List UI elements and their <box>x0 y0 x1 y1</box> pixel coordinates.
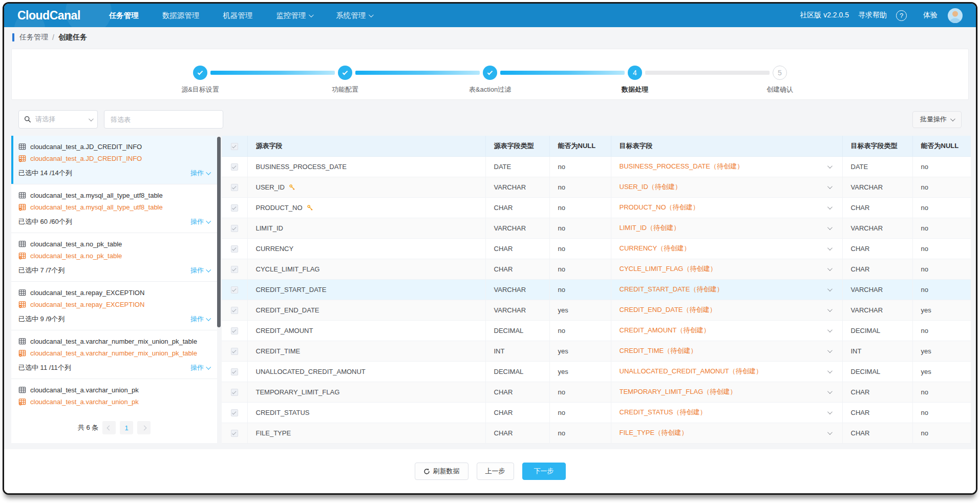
next-step-button[interactable]: 下一步 <box>522 463 566 480</box>
row-checkbox-cell <box>222 320 247 341</box>
pagination-prev-button[interactable] <box>102 421 116 434</box>
table-list-item-2[interactable]: cloudcanal_test_a.mysql_all_type_utf8_ta… <box>11 184 217 233</box>
table-action-link[interactable]: 操作 <box>190 169 210 178</box>
target-field-select[interactable]: CREDIT_END_DATE（待创建） <box>620 305 834 315</box>
check-icon <box>232 431 236 435</box>
chevron-down-icon <box>369 12 374 17</box>
step-4-current[interactable]: 4数据处理 <box>628 66 642 80</box>
check-icon <box>232 390 236 394</box>
source-type-cell: INT <box>485 341 549 361</box>
row-checkbox[interactable] <box>231 245 238 253</box>
table-action-link[interactable]: 操作 <box>190 315 210 324</box>
nav-item-4[interactable]: 监控管理 <box>276 11 312 20</box>
target-nullable-cell: yes <box>912 361 971 382</box>
target-nullable-cell: yes <box>912 300 971 320</box>
row-checkbox[interactable] <box>231 389 238 396</box>
table-action-link[interactable]: 操作 <box>190 266 210 275</box>
step-2-done[interactable]: 功能配置 <box>338 66 352 80</box>
step-1-done[interactable]: 源&目标设置 <box>193 66 207 80</box>
target-field-name: TEMPORARY_LIMIT_FLAG（待创建） <box>620 387 827 396</box>
target-field-cell: CYCLE_LIMIT_FLAG（待创建） <box>611 259 842 279</box>
row-checkbox-cell <box>222 279 247 300</box>
table-list-item-3[interactable]: cloudcanal_test_a.no_pk_table cloudcanal… <box>11 233 217 282</box>
previous-step-button[interactable]: 上一步 <box>477 463 514 480</box>
target-table-name: cloudcanal_test_a.repay_EXCEPTION <box>30 301 144 308</box>
row-checkbox[interactable] <box>231 184 238 191</box>
target-type-cell: DECIMAL <box>842 320 912 341</box>
target-field-select[interactable]: CYCLE_LIMIT_FLAG（待创建） <box>620 264 834 274</box>
source-field-cell: FILE_TYPE <box>247 423 485 443</box>
target-field-cell: CREDIT_AMOUNT（待创建） <box>611 320 842 341</box>
pagination-next-button[interactable] <box>137 421 151 434</box>
table-filter-input[interactable] <box>104 110 223 129</box>
target-field-select[interactable]: UNALLOCATED_CREDIT_AMONUT（待创建） <box>620 367 834 376</box>
help-icon[interactable]: ? <box>896 10 907 21</box>
nav-item-3[interactable]: 机器管理 <box>223 11 252 20</box>
refresh-data-button[interactable]: 刷新数据 <box>415 463 468 480</box>
sidebar-scrollbar[interactable] <box>217 137 221 327</box>
target-type-cell: CHAR <box>842 259 912 279</box>
target-field-name: LIMIT_ID（待创建） <box>620 223 827 233</box>
column-header-3: 能否为NULL <box>549 136 611 156</box>
nav-item-5[interactable]: 系统管理 <box>336 11 372 20</box>
target-field-select[interactable]: LIMIT_ID（待创建） <box>620 223 834 233</box>
target-nullable-cell: no <box>912 177 971 197</box>
select-all-checkbox[interactable] <box>231 143 238 150</box>
step-5-label: 创建确认 <box>766 85 793 94</box>
table-action-link[interactable]: 操作 <box>190 363 210 372</box>
row-checkbox[interactable] <box>231 266 238 273</box>
target-field-select[interactable]: TEMPORARY_LIMIT_FLAG（待创建） <box>620 387 834 396</box>
bulk-actions-button[interactable]: 批量操作 <box>912 111 962 128</box>
table-select-dropdown[interactable]: 请选择 <box>18 110 98 129</box>
refresh-icon <box>423 468 430 475</box>
table-list-item-4[interactable]: cloudcanal_test_a.repay_EXCEPTION cloudc… <box>11 282 217 330</box>
target-field-select[interactable]: CREDIT_STATUS（待创建） <box>620 408 834 417</box>
step-3-done[interactable]: 表&action过滤 <box>483 66 497 80</box>
target-field-select[interactable]: FILE_TYPE（待创建） <box>620 428 834 437</box>
row-checkbox[interactable] <box>231 163 238 171</box>
target-field-select[interactable]: CREDIT_TIME（待创建） <box>620 346 834 355</box>
table-list-item-1[interactable]: cloudcanal_test_a.JD_CREDIT_INFO cloudca… <box>11 136 217 184</box>
chevron-down-icon <box>206 365 211 370</box>
source-table-row: cloudcanal_test_a.varchar_number_mix_uni… <box>18 337 210 346</box>
row-checkbox[interactable] <box>231 307 238 314</box>
row-checkbox[interactable] <box>231 327 238 334</box>
column-header-5: 目标表字段类型 <box>842 136 912 156</box>
source-type-cell: CHAR <box>485 197 549 218</box>
target-field-select[interactable]: USER_ID（待创建） <box>620 182 834 192</box>
user-avatar[interactable] <box>948 8 963 23</box>
row-checkbox[interactable] <box>231 348 238 355</box>
table-action-link[interactable]: 操作 <box>190 217 210 226</box>
table-list-item-5[interactable]: cloudcanal_test_a.varchar_number_mix_uni… <box>11 330 217 379</box>
target-field-cell: UNALLOCATED_CREDIT_AMONUT（待创建） <box>611 361 842 382</box>
target-table-icon <box>18 155 26 162</box>
pagination-page-1[interactable]: 1 <box>120 421 133 434</box>
help-link[interactable]: 寻求帮助 <box>858 11 887 20</box>
row-checkbox[interactable] <box>231 368 238 375</box>
target-table-icon <box>18 398 26 406</box>
trial-link[interactable]: 体验 <box>923 11 938 20</box>
row-checkbox[interactable] <box>231 286 238 294</box>
row-checkbox[interactable] <box>231 409 238 416</box>
table-list-item-6[interactable]: cloudcanal_test_a.varchar_union_pk cloud… <box>11 379 217 412</box>
target-table-row: cloudcanal_test_a.varchar_union_pk <box>18 397 210 407</box>
step-5-pending[interactable]: 5创建确认 <box>773 66 787 80</box>
target-field-select[interactable]: CREDIT_AMOUNT（待创建） <box>620 326 834 335</box>
row-checkbox[interactable] <box>231 225 238 232</box>
check-icon <box>232 287 236 291</box>
nav-item-label: 任务管理 <box>109 11 139 20</box>
target-field-select[interactable]: PRODUCT_NO（待创建） <box>620 203 834 212</box>
source-nullable-cell: yes <box>549 361 611 382</box>
target-field-select[interactable]: CURRENCY（待创建） <box>620 244 834 253</box>
row-checkbox[interactable] <box>231 204 238 212</box>
row-checkbox[interactable] <box>231 430 238 437</box>
field-row-FILE_TYPE: FILE_TYPECHARnoFILE_TYPE（待创建）CHARno <box>222 423 971 443</box>
source-field-cell: CREDIT_STATUS <box>247 402 485 423</box>
nav-item-1[interactable]: 任务管理 <box>109 11 139 20</box>
breadcrumb-parent[interactable]: 任务管理 <box>19 33 48 42</box>
chevron-down-icon <box>827 266 832 271</box>
source-type-cell: CHAR <box>485 382 549 402</box>
nav-item-2[interactable]: 数据源管理 <box>162 11 200 20</box>
target-field-select[interactable]: BUSINESS_PROCESS_DATE（待创建） <box>620 162 834 171</box>
target-field-select[interactable]: CREDIT_START_DATE（待创建） <box>620 285 834 294</box>
